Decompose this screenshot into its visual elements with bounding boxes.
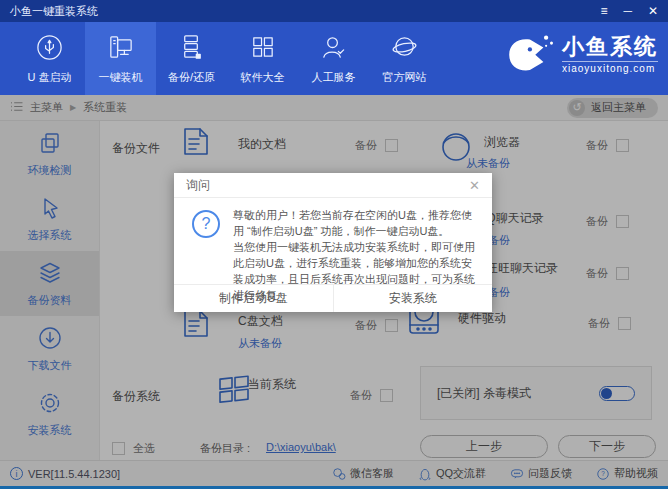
question-mark-icon: ? (192, 210, 220, 238)
usb-prompt-dialog: 询问 ✕ ? 尊敬的用户！若您当前存在空闲的U盘，推荐您使用 “制作启动U盘” … (174, 173, 492, 312)
logo-domain: xiaoyuxitong.com (562, 61, 658, 74)
nav-item-label: 备份/还原 (168, 70, 215, 85)
usb-icon (35, 33, 64, 64)
window-controls: ≡ ─ ✕ (600, 0, 658, 22)
dialog-title: 询问 (186, 177, 210, 194)
close-icon[interactable]: ✕ (648, 0, 658, 22)
nav-item-label: 一键装机 (99, 70, 143, 85)
dialog-close-icon[interactable]: ✕ (469, 178, 480, 193)
menu-icon[interactable]: ≡ (600, 0, 607, 22)
window-title: 小鱼一键重装系统 (10, 4, 98, 19)
nav-item-label: 官方网站 (383, 70, 427, 85)
nav-item-website[interactable]: 官方网站 (369, 22, 440, 95)
main-nav: U 盘启动 一键装机 备份/还原 软件大全 人工服务 官方网站 小鱼系统 xia… (0, 22, 668, 95)
globe-icon (390, 33, 419, 64)
person-icon (319, 33, 348, 64)
nav-item-usb-boot[interactable]: U 盘启动 (14, 22, 85, 95)
server-icon (177, 33, 206, 64)
grid-icon (248, 33, 277, 64)
dialog-message-p1: 尊敬的用户！若您当前存在空闲的U盘，推荐您使用 “制作启动U盘” 功能，制作一键… (233, 207, 480, 239)
nav-item-label: 软件大全 (241, 70, 285, 85)
fish-logo-icon (502, 29, 556, 81)
titlebar: 小鱼一键重装系统 ≡ ─ ✕ (0, 0, 668, 22)
nav-item-service[interactable]: 人工服务 (298, 22, 369, 95)
nav-item-label: 人工服务 (312, 70, 356, 85)
nav-item-backup-restore[interactable]: 备份/还原 (156, 22, 227, 95)
minimize-icon[interactable]: ─ (623, 0, 632, 22)
install-system-button[interactable]: 安装系统 (334, 285, 493, 312)
logo-name: 小鱼系统 (562, 36, 658, 58)
nav-item-software[interactable]: 软件大全 (227, 22, 298, 95)
make-boot-usb-button[interactable]: 制作启动U盘 (174, 285, 334, 312)
nav-item-one-key-install[interactable]: 一键装机 (85, 22, 156, 95)
nav-item-label: U 盘启动 (28, 70, 72, 85)
brand-logo: 小鱼系统 xiaoyuxitong.com (502, 29, 658, 81)
computer-icon (106, 33, 135, 64)
